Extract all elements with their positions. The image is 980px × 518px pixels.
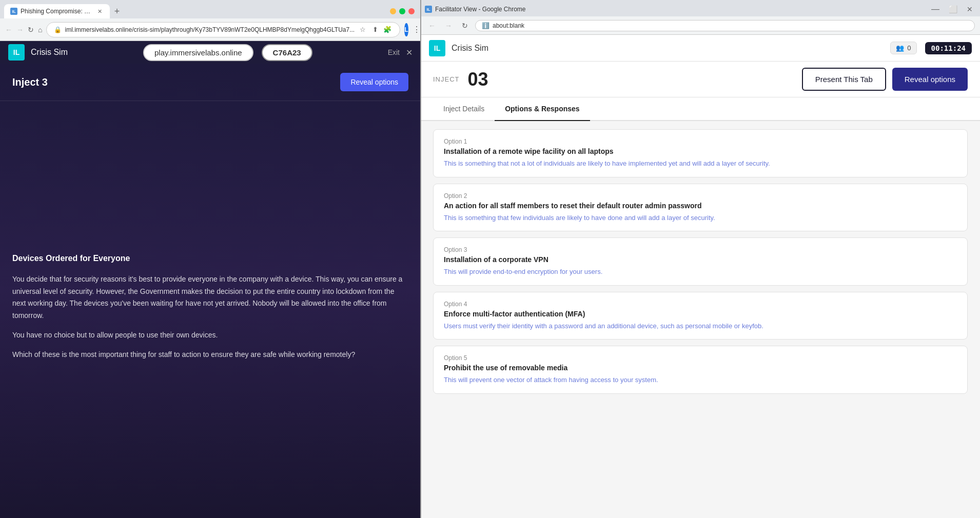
close-x-button[interactable]: ✕ (406, 48, 413, 57)
right-lock-icon: ℹ️ (482, 22, 489, 29)
url-pill: play.immersivelabs.online (143, 44, 253, 61)
app-header: IL Crisis Sim play.immersivelabs.online … (0, 41, 421, 64)
address-icons: ☆ ⬆ 🧩 (358, 25, 393, 35)
inject-bar-buttons: Present This Tab Reveal options (802, 68, 968, 91)
participants-icon: 👥 (896, 44, 904, 52)
tab-inject-details[interactable]: Inject Details (433, 97, 495, 121)
participants-badge: 👥 0 (890, 42, 916, 54)
option-5-description: This will prevent one vector of attack f… (444, 375, 957, 385)
minimize-button[interactable] (390, 8, 396, 14)
window-controls (390, 8, 417, 14)
right-browser-window: IL Facilitator View - Google Chrome — ⬜ … (421, 0, 980, 518)
close-button[interactable] (408, 8, 415, 14)
right-reload-button[interactable]: ↻ (459, 19, 471, 32)
share-icon[interactable]: ⬆ (370, 25, 380, 35)
header-right: Exit ✕ (388, 48, 413, 57)
exit-button[interactable]: Exit (388, 48, 400, 56)
bookmark-icon[interactable]: ☆ (358, 25, 368, 35)
facilitator-logo: IL (429, 40, 445, 56)
reload-button[interactable]: ↻ (28, 24, 34, 36)
profile-button[interactable]: L (404, 23, 408, 36)
tab-options-responses[interactable]: Options & Responses (495, 97, 590, 121)
options-list: Option 1 Installation of a remote wipe f… (421, 121, 980, 518)
inject-text-block: Devices Ordered for Everyone You decide … (12, 251, 408, 368)
right-close-button[interactable]: ✕ (964, 5, 976, 13)
code-pill: C76A23 (262, 44, 312, 61)
address-text: iml.immersivelabs.online/crisis-sim/play… (65, 26, 355, 33)
facilitator-tabs: Inject Details Options & Responses (421, 97, 980, 121)
extension-icon[interactable]: 🧩 (382, 25, 393, 35)
left-main-content: Inject 3 Reveal options Devices Ordered … (0, 64, 421, 518)
inject-title: Inject 3 (12, 76, 48, 88)
facilitator-header-right: 👥 0 00:11:24 (890, 42, 972, 54)
participants-count: 0 (907, 44, 911, 52)
left-browser-window: IL Phishing Compromise: Nov 13... ✕ + ← … (0, 0, 421, 518)
right-restore-button[interactable]: ⬜ (946, 5, 961, 13)
right-tab-title: IL Facilitator View - Google Chrome (425, 6, 526, 13)
option-2-label: Option 2 (444, 192, 957, 200)
present-tab-button[interactable]: Present This Tab (802, 68, 886, 91)
right-address-bar: ← → ↻ ℹ️ about:blank (421, 16, 980, 35)
new-tab-button[interactable]: + (110, 4, 124, 18)
inject-bar-number: 03 (468, 69, 488, 90)
reveal-options-button-left[interactable]: Reveal options (340, 73, 408, 91)
right-address-text: about:blank (493, 22, 524, 29)
inject-bar-label: INJECT (433, 75, 460, 83)
header-center: play.immersivelabs.online C76A23 (74, 44, 382, 61)
right-tab-bar: IL Facilitator View - Google Chrome — ⬜ … (421, 0, 980, 16)
option-1-description: This is something that not a lot of indi… (444, 158, 957, 169)
content-paragraph-3: Which of these is the most important thi… (12, 349, 408, 361)
right-window-title: Facilitator View - Google Chrome (435, 6, 526, 13)
lock-icon: 🔒 (54, 26, 62, 33)
option-5-label: Option 5 (444, 354, 957, 362)
content-heading: Devices Ordered for Everyone (12, 251, 408, 265)
app-title: Crisis Sim (31, 48, 68, 57)
active-tab[interactable]: IL Phishing Compromise: Nov 13... ✕ (4, 4, 110, 18)
content-paragraph-1: You decide that for security reasons it'… (12, 273, 408, 322)
maximize-button[interactable] (399, 8, 405, 14)
inject-header: Inject 3 Reveal options (0, 64, 421, 101)
option-5-title: Prohibit the use of removable media (444, 364, 957, 372)
option-card-3: Option 3 Installation of a corporate VPN… (433, 237, 968, 286)
right-address-input[interactable]: ℹ️ about:blank (475, 20, 975, 31)
window-separator (420, 0, 421, 518)
inject-content: Devices Ordered for Everyone You decide … (0, 101, 421, 518)
right-minimize-button[interactable]: — (928, 5, 943, 14)
option-card-5: Option 5 Prohibit the use of removable m… (433, 346, 968, 394)
app-logo: IL (8, 44, 25, 61)
option-3-title: Installation of a corporate VPN (444, 255, 957, 264)
tab-bar: IL Phishing Compromise: Nov 13... ✕ + (0, 0, 421, 18)
tab-title: Phishing Compromise: Nov 13... (21, 8, 92, 15)
option-4-label: Option 4 (444, 301, 957, 308)
tab-close-button[interactable]: ✕ (95, 7, 104, 15)
facilitator-app-title: Crisis Sim (452, 44, 488, 53)
tab-favicon: IL (10, 8, 17, 15)
option-card-2: Option 2 An action for all staff members… (433, 184, 968, 232)
right-forward-button[interactable]: → (442, 19, 455, 32)
option-3-description: This will provide end-to-end encryption … (444, 267, 957, 277)
right-back-button[interactable]: ← (426, 19, 438, 32)
option-2-title: An action for all staff members to reset… (444, 202, 957, 210)
timer-badge: 00:11:24 (925, 42, 972, 54)
browser-menu-button[interactable]: ⋮ (413, 24, 421, 36)
inject-bar: INJECT 03 Present This Tab Reveal option… (421, 62, 980, 97)
option-4-description: Users must verify their identity with a … (444, 321, 957, 331)
option-2-description: This is something that few individuals a… (444, 213, 957, 223)
option-3-label: Option 3 (444, 246, 957, 253)
option-1-title: Installation of a remote wipe facility o… (444, 147, 957, 155)
reveal-options-button-right[interactable]: Reveal options (892, 68, 968, 91)
forward-button[interactable]: → (16, 24, 24, 36)
option-card-1: Option 1 Installation of a remote wipe f… (433, 129, 968, 177)
right-tab-favicon: IL (425, 6, 432, 13)
address-bar-row: ← → ↻ ⌂ 🔒 iml.immersivelabs.online/crisi… (0, 18, 421, 41)
option-card-4: Option 4 Enforce multi-factor authentica… (433, 292, 968, 340)
option-4-title: Enforce multi-factor authentication (MFA… (444, 310, 957, 318)
back-button[interactable]: ← (5, 24, 12, 36)
address-input[interactable]: 🔒 iml.immersivelabs.online/crisis-sim/pl… (46, 22, 400, 37)
facilitator-app-header: IL Crisis Sim 👥 0 00:11:24 (421, 35, 980, 62)
home-button[interactable]: ⌂ (38, 24, 42, 36)
content-paragraph-2: You have no choice but to allow people t… (12, 329, 408, 342)
right-window-controls: — ⬜ ✕ (928, 5, 976, 14)
option-1-label: Option 1 (444, 138, 957, 145)
